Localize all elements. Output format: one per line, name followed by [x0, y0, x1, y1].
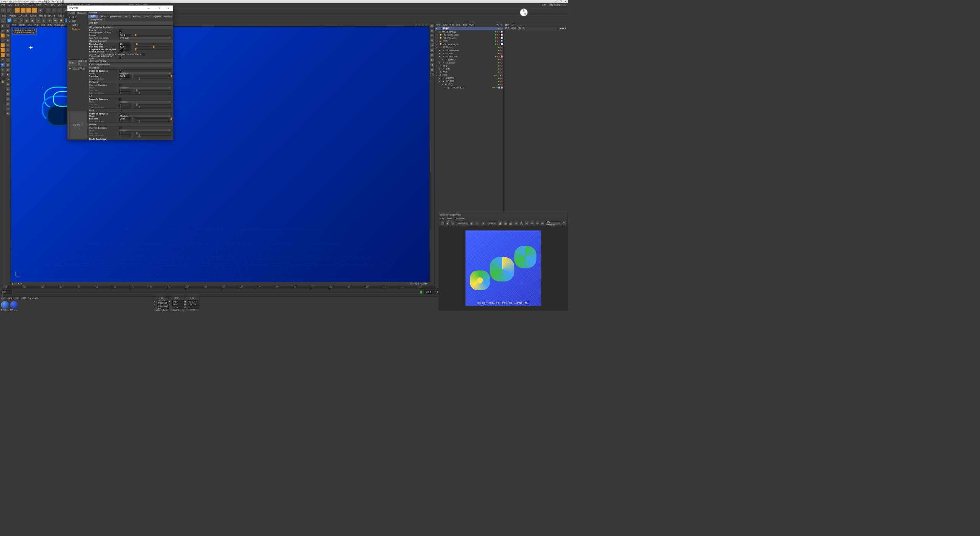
vis-render-dot[interactable] — [497, 37, 498, 38]
menu-edit[interactable]: 编辑 — [8, 3, 13, 7]
sidebar-output[interactable]: ✓输出 — [67, 15, 88, 19]
obj-menu-file[interactable]: 文件 — [436, 23, 441, 26]
menu-volume[interactable]: 体积 — [51, 3, 55, 7]
scale-button[interactable]: ◱ — [26, 8, 31, 13]
rv-target-icon[interactable]: ⌖ — [482, 221, 485, 226]
rv-canvas[interactable]: 微信公众号：野鹿志 微博：野鹿志 作者：马鹿野郎 (3.56s) — [439, 226, 567, 310]
expand-icon[interactable]: ▾ — [438, 77, 441, 80]
object-row[interactable]: ▾📷RS 摄像机✓ — [435, 30, 503, 33]
menu-tools[interactable]: 工具 — [29, 3, 34, 7]
vis-render-dot[interactable] — [500, 50, 501, 51]
sphere-field-label[interactable]: 球体域 — [8, 14, 16, 17]
expand-icon[interactable]: ▾ — [438, 80, 441, 83]
vis-editor-dot[interactable] — [498, 47, 499, 48]
attrib-edit[interactable]: 编辑 — [511, 27, 516, 30]
tab-gi[interactable]: GI — [121, 15, 132, 18]
rv-lock-icon[interactable]: 🔒 — [498, 221, 502, 226]
vis-editor-dot[interactable] — [498, 59, 499, 60]
vis-render-dot[interactable] — [497, 31, 498, 32]
check-icon[interactable]: ✓ — [498, 43, 500, 45]
deformer-button[interactable]: ◈ — [41, 18, 47, 23]
expand-icon[interactable]: ▾ — [436, 27, 438, 30]
vis-render-dot[interactable] — [497, 44, 498, 45]
tag-icon[interactable] — [498, 87, 500, 89]
check-icon[interactable]: ✓ — [501, 46, 503, 48]
mt6-button[interactable]: ▣ — [430, 48, 434, 52]
vis-render-dot[interactable] — [497, 56, 498, 57]
sampling-overrides-header[interactable]: Sampling Overrides — [88, 62, 173, 66]
vol-override-check[interactable] — [119, 127, 122, 129]
tag-icon[interactable] — [501, 37, 503, 39]
expand-icon[interactable]: ▾ — [436, 37, 438, 39]
rot-h[interactable]: 35.424 ° — [188, 300, 199, 303]
vis-editor-dot[interactable] — [498, 68, 499, 69]
rv-file[interactable]: File — [440, 217, 444, 219]
vis-render-dot[interactable] — [500, 65, 501, 66]
multipass-button[interactable]: 多通道渲染… — [78, 59, 87, 66]
tool11-button[interactable]: ◨ — [6, 77, 10, 82]
autoreduce-check[interactable] — [143, 53, 145, 56]
tab-basic[interactable]: 基本 — [88, 15, 98, 18]
range-slider-1[interactable] — [13, 292, 424, 293]
mt1-button[interactable]: ▦ — [430, 23, 434, 28]
object-row[interactable]: ▾◇随机✓ — [435, 67, 503, 70]
vis-editor-dot[interactable] — [494, 75, 495, 76]
poly-mode-button[interactable]: ▲ — [0, 53, 5, 57]
tool15-button[interactable]: ▤ — [6, 97, 10, 101]
range-end[interactable]: 300 F — [425, 290, 435, 294]
edge-mode-button[interactable]: ／ — [0, 48, 5, 52]
cube-obj-button[interactable] — [7, 18, 12, 23]
rv-fit-select[interactable]: Fit Window — [546, 221, 561, 225]
rv-grid2-icon[interactable]: ▩ — [509, 221, 513, 226]
check-icon[interactable]: ✓ — [501, 71, 503, 73]
light-mode[interactable]: Replace — [119, 115, 172, 118]
mt7-button[interactable]: ▦ — [430, 53, 434, 57]
object-row[interactable]: ▾⁂克隆✓✦✦ — [435, 74, 503, 77]
mt9-button[interactable]: ◨ — [430, 62, 434, 67]
refl-scale-slider[interactable] — [135, 78, 171, 79]
model-mode-button[interactable]: ▦ — [0, 23, 5, 28]
obj-menu-view[interactable]: 查看 — [449, 23, 454, 26]
check-icon[interactable]: ✓ — [501, 68, 503, 70]
smax-slider[interactable] — [135, 46, 171, 47]
sidebar-save[interactable]: ✓保存 — [67, 19, 88, 23]
create-field-label[interactable]: 创建 — [1, 14, 7, 17]
mt3-button[interactable]: ▤ — [430, 33, 434, 38]
vis-editor-dot[interactable] — [495, 37, 496, 38]
progressive-header[interactable]: Progressive Rendering — [88, 26, 173, 29]
viewport-solo-button[interactable]: 👁 — [0, 62, 5, 67]
maximize-icon[interactable]: ☐ — [560, 0, 562, 3]
ao-override-check[interactable] — [119, 98, 122, 101]
tool8-button[interactable]: ▣ — [6, 62, 10, 67]
vis-editor-dot[interactable] — [495, 40, 496, 41]
tool13-button[interactable]: ▦ — [6, 87, 10, 92]
rv-refresh-button[interactable]: ⟳ — [451, 221, 455, 226]
vis-editor-dot[interactable] — [498, 81, 499, 82]
expand-icon[interactable]: ▾ — [438, 52, 441, 55]
expand-icon[interactable]: ▾ — [436, 43, 438, 46]
dialog-titlebar[interactable]: 渲染设置 — ☐ ✕ — [67, 5, 173, 11]
redo-button[interactable]: ↷ — [7, 8, 12, 13]
vis-editor-dot[interactable] — [495, 44, 496, 45]
tool10-button[interactable]: ◧ — [6, 72, 10, 77]
tool16-button[interactable]: ▧ — [6, 101, 10, 106]
null-obj-button[interactable]: ◇ — [1, 18, 6, 23]
expand-icon[interactable]: ▾ — [436, 71, 438, 74]
refl-mode[interactable]: Replace — [119, 72, 172, 75]
rv-play-button[interactable]: ▶ — [446, 221, 449, 226]
material-2[interactable]: RS Mate — [10, 301, 18, 310]
menu-spline[interactable]: 样条 — [44, 3, 48, 7]
tool3-button[interactable]: ▦ — [6, 38, 10, 43]
check-icon[interactable]: ✓ — [501, 80, 503, 82]
texture-mode-button[interactable]: ▨ — [0, 33, 5, 38]
menu-mesh[interactable]: 网格 — [36, 3, 41, 7]
locked-button[interactable]: 🔒 — [0, 79, 5, 84]
check-icon[interactable]: ✓ — [496, 87, 498, 89]
vis-editor-dot[interactable] — [495, 56, 496, 57]
randomize-check[interactable]: ✓ — [119, 56, 122, 59]
sidebar-redshift[interactable]: Redshift — [67, 27, 88, 31]
tab-photon[interactable]: Photon — [132, 15, 142, 18]
tag-icon[interactable] — [501, 56, 503, 58]
vis-render-dot[interactable] — [494, 87, 495, 88]
light-override-check[interactable]: ✓ — [119, 113, 122, 115]
